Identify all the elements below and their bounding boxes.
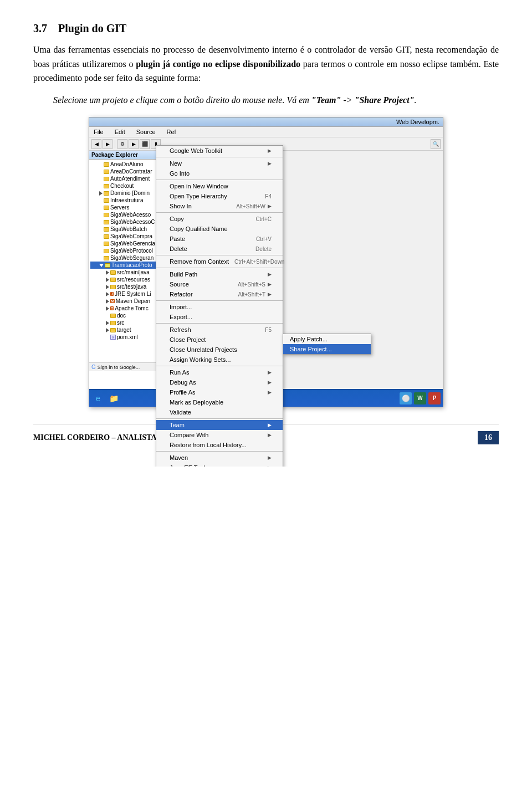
folder-icon xyxy=(110,278,116,282)
list-item[interactable]: SigaWebBatch xyxy=(90,226,173,233)
list-item[interactable]: TApache Tomc xyxy=(90,305,173,312)
instruction-italic: Selecione um projeto e clique com o botã… xyxy=(53,95,417,105)
share-bold: "Share Project" xyxy=(355,95,415,105)
eclipse-toolbar: ◀ ▶ ⚙ ▶ ⬛ ⏸ 🔍 xyxy=(89,137,443,151)
list-item[interactable]: Dominio [Domin xyxy=(90,189,173,197)
list-item[interactable]: SigaWebAcessoC xyxy=(90,218,173,226)
folder-icon xyxy=(104,220,109,224)
list-item[interactable]: src/main/java xyxy=(90,269,173,276)
list-item[interactable]: target xyxy=(90,326,173,334)
section-title: 3.7 Plugin do GIT xyxy=(33,22,499,35)
taskbar: e 📁 ⚪ W P xyxy=(89,389,443,407)
folder-icon xyxy=(104,191,109,196)
ctx-sep xyxy=(156,418,283,419)
folder-icon xyxy=(110,314,116,318)
list-item[interactable]: JJRE System Li xyxy=(90,290,173,298)
list-item[interactable]: AutoAtendiment xyxy=(90,175,173,182)
expand-icon xyxy=(106,306,109,311)
list-item[interactable]: SigaWebAcesso xyxy=(90,211,173,218)
list-item[interactable]: AreaDoContratar xyxy=(90,168,173,175)
toolbar-btn-6[interactable]: ⏸ xyxy=(151,139,161,149)
panel-header-icons: − □ xyxy=(165,152,172,158)
eclipse-main-area: Package Explorer − □ AreaDoAluno xyxy=(89,151,443,389)
minimize-icon[interactable]: − xyxy=(165,152,168,158)
taskbar-icon-right2[interactable]: W xyxy=(414,392,426,404)
toolbar-btn-3[interactable]: ⚙ xyxy=(117,139,127,149)
taskbar-icon-right3[interactable]: P xyxy=(428,392,441,404)
list-item[interactable]: Xpom.xml xyxy=(90,334,173,341)
list-item[interactable]: doc xyxy=(90,312,173,319)
ctx-label: Validate xyxy=(170,409,191,416)
menu-edit[interactable]: Edit xyxy=(112,128,127,136)
java-icon: J xyxy=(110,292,114,296)
tomcat-icon: T xyxy=(110,306,114,310)
folder-icon xyxy=(110,321,116,325)
menu-ref[interactable]: Ref xyxy=(165,128,178,136)
expand-icon xyxy=(106,285,109,289)
list-item[interactable]: src/test/java xyxy=(90,283,173,290)
expand-icon xyxy=(106,292,109,296)
footer-page: 16 xyxy=(478,431,499,444)
folder-icon xyxy=(104,177,109,181)
eclipse-window: Web Developm. File Edit Source Ref ◀ ▶ ⚙… xyxy=(89,117,443,407)
google-signin-bar: G Sign in to Google... xyxy=(89,362,175,371)
webdev-label: Web Developm. xyxy=(396,119,439,125)
list-item-selected[interactable]: TramitacaoProto xyxy=(90,262,173,269)
list-item[interactable]: src/resources xyxy=(90,276,173,283)
instruction-text: Selecione um projeto e clique com o botã… xyxy=(33,93,499,107)
list-item[interactable]: Infraestrutura xyxy=(90,197,173,204)
ctx-maven[interactable]: Maven ▶ xyxy=(156,453,283,463)
taskbar-icon-right1[interactable]: ⚪ xyxy=(400,392,412,404)
eclipse-menubar: File Edit Source Ref xyxy=(89,127,443,137)
google-icon: G xyxy=(91,364,96,370)
open-folder-icon xyxy=(105,263,110,268)
list-item[interactable]: MMaven Depen xyxy=(90,298,173,305)
ctx-sep xyxy=(156,451,283,452)
toolbar-btn-5[interactable]: ⬛ xyxy=(140,139,150,149)
pkg-tree: AreaDoAluno AreaDoContratar AutoAtendime… xyxy=(89,160,175,342)
body-paragraph: Uma das ferramentas essenciais no proces… xyxy=(33,43,499,85)
panel-header: Package Explorer − □ xyxy=(89,151,175,160)
expand-icon xyxy=(106,299,109,304)
list-item[interactable]: SigaWebGerencia xyxy=(90,240,173,247)
list-item[interactable]: SigaWebCompra xyxy=(90,233,173,240)
toolbar-btn-1[interactable]: ◀ xyxy=(91,139,101,149)
list-item[interactable]: Servers xyxy=(90,204,173,211)
footer-text: MICHEL CORDEIRO – ANALISTA DE NEGÓCIO (N… xyxy=(33,433,247,442)
ctx-label: Java EE Tools xyxy=(170,464,208,467)
ctx-arrow: ▶ xyxy=(268,465,272,467)
folder-icon xyxy=(104,170,109,174)
expand-icon xyxy=(106,321,109,325)
folder-icon xyxy=(104,256,109,260)
folder-icon xyxy=(104,184,109,188)
toolbar-btn-search[interactable]: 🔍 xyxy=(431,139,441,149)
toolbar-btn-2[interactable]: ▶ xyxy=(103,139,112,149)
ctx-arrow: ▶ xyxy=(268,455,272,460)
toolbar-btn-4[interactable]: ▶ xyxy=(129,139,139,149)
maven-icon: M xyxy=(110,299,115,303)
menu-source[interactable]: Source xyxy=(134,128,158,136)
taskbar-ie-icon[interactable]: e xyxy=(91,392,105,405)
paragraph1-bold: plugin já contigo no eclipse disponibili… xyxy=(136,59,300,69)
folder-icon xyxy=(104,162,109,167)
folder-icon xyxy=(104,242,109,246)
ctx-java-ee-tools[interactable]: Java EE Tools ▶ xyxy=(156,463,283,467)
folder-icon xyxy=(104,249,109,253)
folder-icon xyxy=(104,213,109,217)
ctx-validate[interactable]: Validate xyxy=(156,407,283,417)
ctx-label: Maven xyxy=(170,454,188,461)
taskbar-explorer-icon[interactable]: 📁 xyxy=(107,392,120,405)
section-title-text: Plugin do GIT xyxy=(58,22,126,34)
list-item[interactable]: SigaWebProtocol xyxy=(90,247,173,254)
editor-area xyxy=(175,151,443,389)
menu-file[interactable]: File xyxy=(91,128,106,136)
team-bold: "Team" xyxy=(311,95,341,105)
folder-icon xyxy=(110,270,116,275)
maximize-icon[interactable]: □ xyxy=(170,152,172,158)
list-item[interactable]: SigaWebSeguran xyxy=(90,254,173,262)
list-item[interactable]: src xyxy=(90,319,173,326)
list-item[interactable]: AreaDoAluno xyxy=(90,161,173,168)
signin-text[interactable]: Sign in to Google... xyxy=(98,365,140,370)
expand-icon xyxy=(106,270,109,275)
list-item[interactable]: Checkout xyxy=(90,182,173,189)
